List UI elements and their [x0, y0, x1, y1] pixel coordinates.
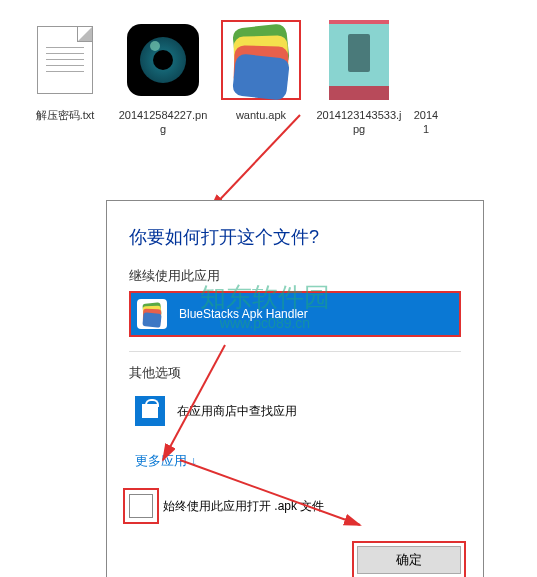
- always-label: 始终使用此应用打开 .apk 文件: [163, 498, 324, 515]
- app-name: BlueStacks Apk Handler: [179, 307, 308, 321]
- file-label: 201412584227.png: [118, 108, 208, 137]
- store-label: 在应用商店中查找应用: [177, 403, 297, 420]
- file-label: 2014123143533.jpg: [314, 108, 404, 137]
- file-item-apk[interactable]: wantu.apk: [216, 20, 306, 137]
- bluestacks-apk-icon: [227, 26, 295, 94]
- file-label: 20141: [412, 108, 440, 137]
- file-label: wantu.apk: [216, 108, 306, 122]
- always-checkbox[interactable]: [129, 494, 153, 518]
- divider: [129, 351, 461, 352]
- open-with-dialog: 你要如何打开这个文件? 继续使用此应用 BlueStacks Apk Handl…: [106, 200, 484, 577]
- always-use-row[interactable]: 始终使用此应用打开 .apk 文件: [129, 494, 461, 518]
- image-thumbnail-icon: [329, 20, 389, 100]
- app-option-bluestacks[interactable]: BlueStacks Apk Handler: [129, 291, 461, 337]
- camera-app-icon: [127, 24, 199, 96]
- bluestacks-icon: [137, 299, 167, 329]
- file-item-png[interactable]: 201412584227.png: [118, 20, 208, 137]
- file-label: 解压密码.txt: [20, 108, 110, 122]
- store-icon: [135, 396, 165, 426]
- file-item-txt[interactable]: 解压密码.txt: [20, 20, 110, 137]
- more-apps-link[interactable]: 更多应用 ↓: [135, 452, 197, 470]
- file-item-jpg2[interactable]: 20141: [412, 20, 440, 137]
- file-item-jpg[interactable]: 2014123143533.jpg: [314, 20, 404, 137]
- app-option-store[interactable]: 在应用商店中查找应用: [129, 388, 461, 434]
- ok-button[interactable]: 确定: [357, 546, 461, 574]
- text-file-icon: [37, 26, 93, 94]
- dialog-title: 你要如何打开这个文件?: [129, 225, 461, 249]
- other-options-label: 其他选项: [129, 364, 461, 382]
- file-grid: 解压密码.txt 201412584227.png wantu.apk 2014…: [0, 0, 537, 137]
- continue-label: 继续使用此应用: [129, 267, 461, 285]
